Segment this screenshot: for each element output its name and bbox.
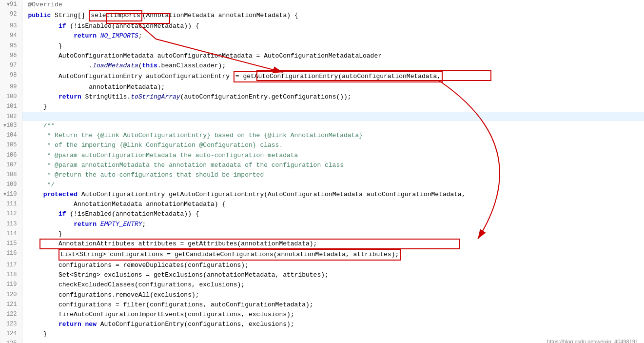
line-number: ▼103	[0, 121, 22, 131]
code-table: ▼91@Override92public String[] selectImpo…	[0, 0, 644, 343]
line-number: 106	[0, 151, 22, 161]
code-line: checkExcludedClasses(configurations, exc…	[22, 280, 644, 290]
code-line: if (!isEnabled(annotationMetadata)) {	[22, 209, 644, 219]
code-line: * @return the auto-configurations that s…	[22, 170, 644, 180]
line-number: ▼91	[0, 0, 22, 10]
line-number: 100	[0, 92, 22, 102]
code-line: .loadMetadata(this.beanClassLoader);	[22, 61, 644, 71]
code-line: configurations = filter(configurations, …	[22, 300, 644, 310]
code-line: configurations = removeDuplicates(config…	[22, 261, 644, 270]
code-line: AnnotationMetadata annotationMetadata) {	[22, 200, 644, 209]
code-line: return StringUtils.toStringArray(autoCon…	[22, 92, 644, 102]
code-line: AutoConfigurationMetadata autoConfigurat…	[22, 51, 644, 61]
line-number: 119	[0, 280, 22, 290]
line-number: 105	[0, 141, 22, 150]
line-number: 99	[0, 82, 22, 92]
code-line	[22, 112, 644, 121]
line-number: 101	[0, 102, 22, 112]
line-number: 120	[0, 290, 22, 300]
code-line: Set<String> exclusions = getExclusions(a…	[22, 270, 644, 280]
line-number: 104	[0, 131, 22, 141]
line-number: 114	[0, 229, 22, 239]
code-line: public String[] selectImports(Annotation…	[22, 10, 644, 21]
code-line: */	[22, 180, 644, 190]
code-line: AutoConfigurationEntry autoConfiguration…	[22, 71, 644, 82]
code-line: List<String> configurations = getCandida…	[22, 249, 644, 261]
code-line: * @param annotationMetadata the annotati…	[22, 161, 644, 170]
line-number: 117	[0, 261, 22, 270]
line-number: 107	[0, 161, 22, 170]
line-number: 112	[0, 209, 22, 219]
code-line: configurations.removeAll(exclusions);	[22, 290, 644, 300]
line-number: 111	[0, 200, 22, 209]
code-line: @Override	[22, 0, 644, 10]
code-line: * of the importing {@link Configuration …	[22, 141, 644, 150]
line-number: 113	[0, 220, 22, 229]
line-number: 108	[0, 170, 22, 180]
code-line: /**	[22, 121, 644, 131]
code-line: }	[22, 41, 644, 51]
code-line: * Return the {@link AutoConfigurationEnt…	[22, 131, 644, 141]
line-number: 97	[0, 61, 22, 71]
line-number: ▼110	[0, 190, 22, 200]
code-line: return new AutoConfigurationEntry(config…	[22, 320, 644, 329]
code-line: return EMPTY_ENTRY;	[22, 220, 644, 229]
line-number: 92	[0, 10, 22, 21]
line-number: 95	[0, 41, 22, 51]
line-number: 115	[0, 239, 22, 249]
code-line: }	[22, 329, 644, 339]
code-line: fireAutoConfigurationImportEvents(config…	[22, 310, 644, 320]
line-number: 94	[0, 31, 22, 41]
code-line: }	[22, 229, 644, 239]
line-number: 109	[0, 180, 22, 190]
line-number: 96	[0, 51, 22, 61]
line-number: 121	[0, 300, 22, 310]
line-number: 124	[0, 329, 22, 339]
line-number: 122	[0, 310, 22, 320]
code-line: annotationMetadata);	[22, 82, 644, 92]
code-line: }	[22, 102, 644, 112]
line-number: 93	[0, 21, 22, 31]
code-line: AnnotationAttributes attributes = getAtt…	[22, 239, 644, 249]
code-line: * @param autoConfigurationMetadata the a…	[22, 151, 644, 161]
code-line: if (!isEnabled(annotationMetadata)) {	[22, 21, 644, 31]
code-container: ▼91@Override92public String[] selectImpo…	[0, 0, 644, 343]
code-line: return NO_IMPORTS;	[22, 31, 644, 41]
code-line: protected AutoConfigurationEntry getAuto…	[22, 190, 644, 200]
line-number: 118	[0, 270, 22, 280]
line-number: 102	[0, 112, 22, 121]
line-number: 98	[0, 71, 22, 82]
line-number: 116	[0, 249, 22, 261]
watermark: https://blog.csdn.net/weixin_40498191	[547, 339, 638, 343]
line-number: 125	[0, 339, 22, 343]
line-number: 123	[0, 320, 22, 329]
